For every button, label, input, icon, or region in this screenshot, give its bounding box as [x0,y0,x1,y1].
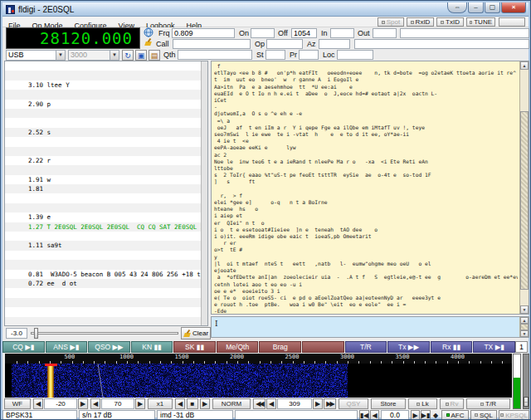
wf-speed-button[interactable]: NORM [212,398,251,409]
offset-last-button[interactable]: ▶▮ [421,410,431,420]
macro-button-6[interactable]: Me/Qth [217,341,259,353]
offset-prev-button[interactable]: ◀ [370,410,379,420]
maximize-button[interactable]: ▢ [485,2,500,13]
op-field[interactable] [266,39,303,49]
loc-field[interactable] [337,50,373,60]
browser-row[interactable]: 1.81 [5,184,207,193]
browser-row[interactable] [5,193,207,203]
rxid-button[interactable]: RxID [407,17,434,27]
lock-button[interactable]: Lk [408,398,437,409]
macro-page-button[interactable]: 1 [515,341,528,353]
macro-button-12[interactable]: TX ▶▮ [473,341,515,353]
kpsql-button[interactable]: KPSQL [499,410,529,420]
browser-row[interactable]: 1.91 w [5,175,207,184]
browser-row[interactable]: 2.90 p [5,100,207,109]
browser-row[interactable]: 2.22 r [5,156,207,165]
carrier-frequency[interactable]: 309 [277,398,312,409]
browser-row[interactable] [5,260,207,269]
browser-row[interactable] [5,137,207,146]
store-button[interactable]: Store [371,398,406,409]
squelch-slider-track[interactable] [31,332,178,335]
txid-button[interactable]: TxID [436,17,464,27]
wf-range-value[interactable]: 70 [101,398,134,409]
macro-button-7[interactable]: Brag [259,341,301,353]
browser-row[interactable] [5,147,207,156]
browser-row[interactable]: 2.52 s [5,128,207,137]
az-field[interactable] [319,39,350,49]
clear-log-broom-icon[interactable] [142,38,154,49]
reverse-button[interactable]: Rv [440,398,464,409]
titlebar[interactable]: fldigi - 2E0SQL ⇔ – ▢ × [2,2,529,17]
macro-button-5[interactable]: SK ▮▮ [173,341,216,353]
frq-field[interactable] [172,28,235,38]
chevron-down-icon[interactable]: ▼ [110,51,119,60]
spot-button[interactable]: Spot [378,17,404,27]
scroll-up-icon[interactable]: ▲ [520,317,529,324]
sql-button[interactable]: SQL [470,410,497,420]
notes1-field[interactable] [400,28,529,38]
clipboard-icon[interactable]: ▤ [149,50,160,61]
browser-row[interactable] [5,317,207,326]
tune-button[interactable]: TUNE [466,17,495,27]
range-right-button[interactable]: ▶ [135,398,145,409]
browser-row[interactable] [5,203,207,212]
notes2-field[interactable] [354,39,529,49]
st-field[interactable] [266,50,285,60]
on-field[interactable] [251,28,275,38]
macro-button-10[interactable]: Tx ▶▶ [387,341,430,353]
meter-slider-handle[interactable]: – [524,397,529,407]
rx-scroll-thumb[interactable] [520,111,529,290]
blank-button[interactable] [499,17,525,27]
browser-row[interactable] [5,90,207,99]
browser-row[interactable] [5,232,207,241]
wf-mode-button[interactable]: WF [4,398,31,409]
range-left-button[interactable]: ◀ [90,398,100,409]
scroll-up-icon[interactable]: ▲ [520,61,529,70]
carrier-rew-button[interactable]: ◀◀ [253,398,266,409]
tx-scroll-thumb[interactable] [520,324,529,330]
offset-next-button[interactable]: ▶ [411,410,420,420]
macro-button-8[interactable] [302,341,344,353]
in-field[interactable] [330,28,354,38]
squelch-slider-handle[interactable] [34,328,38,339]
qrz-globe-icon[interactable] [142,27,154,38]
bandwidth-select[interactable]: 3000▼ [68,50,119,61]
minimize-button[interactable]: – [468,2,484,13]
diamond-icon[interactable]: ◆ [431,410,440,420]
rx-text-panel[interactable]: f etlTayo <ee b 8 # on'p*h eatFIt oeeodn… [211,61,529,315]
call-field[interactable] [173,39,251,49]
scroll-right-button[interactable]: ▶ [200,398,210,409]
browser-row[interactable] [5,71,207,80]
mode-status[interactable]: BPSK31 [2,410,77,420]
browser-row[interactable] [5,61,207,71]
meter-slider-track[interactable]: – [523,354,529,409]
offset-first-button[interactable]: ▮◀ [359,410,369,420]
tx-text-panel[interactable]: I ▲ ▼ [211,316,529,338]
qsy-button[interactable]: QSY [339,398,368,409]
browser-scrollbar[interactable] [201,61,207,325]
scroll-left-button[interactable]: ◀ [175,398,185,409]
lower-signal-right-button[interactable]: ▶ [78,398,88,409]
browser-row[interactable] [5,251,207,260]
browser-row[interactable]: 0.72 ee d ot [5,279,207,288]
browser-row[interactable] [5,298,207,307]
browser-row[interactable]: 1.27 T 2E0SQL 2E0SQL 2E0SQL CQ CQ SAT 2E… [5,222,207,232]
titlebar-extra-button[interactable]: ⇔ [447,2,467,13]
sideband-select[interactable]: USB▼ [6,50,66,61]
macro-button-4[interactable]: KN ▮▮ [131,341,173,353]
sync-icon[interactable]: ↻ [122,50,134,61]
browser-row[interactable]: 1.11 sa9t [5,241,207,250]
carrier-up-button[interactable]: ▶ [313,398,323,409]
out-field[interactable] [373,28,397,38]
browser-row[interactable] [5,109,207,118]
macro-button-11[interactable]: Rx ▮▮ [431,341,473,353]
macro-button-1[interactable]: CQ ▶▮ [2,341,45,353]
scroll-down-icon[interactable]: ▼ [520,305,529,314]
qth-field[interactable] [178,50,252,60]
clear-button[interactable]: Clear [181,327,211,339]
macro-button-9[interactable]: T/R [345,341,387,353]
browser-row[interactable] [5,165,207,174]
macro-button-2[interactable]: ANS ▶▮ [46,341,88,353]
frequency-display[interactable]: 28120.000 [6,27,140,49]
zoom-x1-button[interactable]: x1 [148,398,173,409]
